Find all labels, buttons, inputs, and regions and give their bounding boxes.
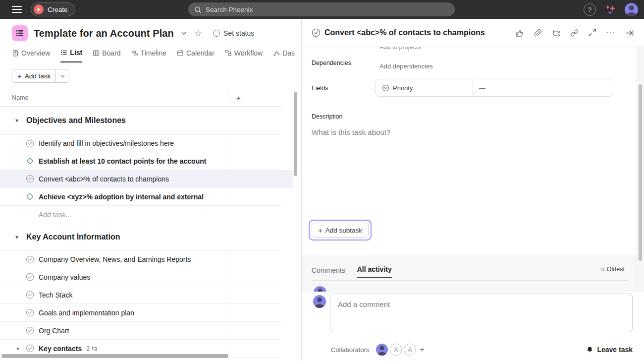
task-row[interactable]: Tech Stack: [0, 286, 281, 304]
invite-person-icon[interactable]: [404, 344, 416, 356]
add-collaborator-button[interactable]: +: [420, 345, 424, 354]
milestone-diamond-icon[interactable]: [26, 157, 34, 165]
tab-workflow[interactable]: Workflow: [225, 48, 263, 62]
add-task-placeholder[interactable]: Add task...: [39, 211, 71, 219]
help-icon[interactable]: ?: [584, 3, 596, 16]
milestone-diamond-icon[interactable]: [26, 192, 34, 201]
column-divider: [229, 340, 229, 357]
collapse-triangle-icon[interactable]: ▾: [15, 234, 21, 241]
task-title[interactable]: Key contacts: [39, 345, 82, 353]
tab-board[interactable]: Board: [93, 48, 120, 62]
invite-person-icon[interactable]: [390, 344, 402, 356]
check-circle-icon[interactable]: [26, 291, 34, 299]
priority-field[interactable]: Priority: [376, 79, 473, 96]
expand-icon[interactable]: [588, 28, 597, 38]
task-row[interactable]: Company values: [0, 268, 281, 286]
tab-all-activity[interactable]: All activity: [357, 265, 392, 278]
search-bar[interactable]: [188, 2, 455, 16]
page-title: Template for an Account Plan: [34, 28, 174, 39]
task-row-selected[interactable]: Convert <abc>% of contacts to champions: [0, 170, 293, 188]
question-glyph: ?: [588, 6, 591, 13]
leave-task-button[interactable]: Leave task: [586, 346, 633, 354]
close-panel-icon[interactable]: [624, 28, 634, 38]
favorite-star-icon[interactable]: ☆: [195, 28, 202, 39]
task-row[interactable]: Company Overview, News, and Earnings Rep…: [0, 250, 281, 268]
ai-sparkle-icon[interactable]: [604, 3, 617, 16]
add-column-button[interactable]: +: [236, 94, 241, 102]
task-title[interactable]: Company values: [39, 273, 90, 281]
column-divider: [229, 188, 229, 205]
chevron-down-icon[interactable]: [181, 30, 187, 36]
check-circle-icon[interactable]: [26, 175, 34, 183]
project-icon[interactable]: [12, 25, 28, 41]
add-task-row[interactable]: Add task...: [0, 206, 301, 224]
user-avatar[interactable]: [625, 3, 638, 16]
task-title[interactable]: Identify and fill in objectives/mileston…: [39, 139, 174, 147]
link-icon[interactable]: [569, 28, 579, 38]
task-row[interactable]: Goals and implementation plan: [0, 304, 281, 322]
collaborator-avatar[interactable]: [376, 344, 388, 356]
task-title[interactable]: Tech Stack: [39, 291, 72, 299]
add-task-dropdown[interactable]: [56, 69, 69, 82]
collapse-triangle-icon[interactable]: ▾: [15, 117, 21, 124]
check-circle-icon[interactable]: [312, 28, 321, 37]
tab-timeline[interactable]: Timeline: [131, 48, 166, 62]
more-options-icon[interactable]: ···: [606, 28, 616, 38]
check-circle-icon[interactable]: [26, 255, 34, 264]
add-subtask-button[interactable]: + Add subtask: [312, 223, 369, 238]
section-title[interactable]: Key Account Information: [26, 233, 120, 241]
tab-overview[interactable]: Overview: [12, 48, 50, 62]
right-vertical-scrollbar[interactable]: [639, 84, 642, 261]
dependencies-label: Dependencies: [312, 60, 351, 66]
dashboard-icon: [273, 50, 280, 57]
task-title[interactable]: Company Overview, News, and Earnings Rep…: [39, 255, 191, 263]
task-title[interactable]: Goals and implementation plan: [39, 309, 134, 317]
task-title[interactable]: Org Chart: [39, 327, 69, 335]
task-title[interactable]: Convert <abc>% of contacts to champions: [39, 175, 169, 183]
set-status-label: Set status: [223, 29, 254, 37]
check-circle-icon[interactable]: [26, 308, 34, 317]
task-detail-title[interactable]: Convert <abc>% of contacts to champions: [324, 28, 514, 37]
horizontal-scrollbar[interactable]: [1, 354, 228, 358]
expand-triangle-icon[interactable]: ▸: [17, 345, 20, 352]
tab-comments[interactable]: Comments: [312, 266, 345, 278]
task-row[interactable]: Identify and fill in objectives/mileston…: [0, 134, 281, 152]
add-dependencies-button[interactable]: Add dependencies: [379, 62, 433, 70]
tab-label: Overview: [21, 49, 50, 57]
description-input[interactable]: What is this task about?: [312, 128, 390, 136]
sort-button[interactable]: ↑↓ Oldest: [600, 266, 625, 273]
milestone-row[interactable]: Achieve <xyz>% adoption by internal and …: [0, 188, 281, 206]
left-vertical-scrollbar[interactable]: [294, 92, 297, 176]
sidebar-toggle-icon[interactable]: [12, 6, 22, 13]
check-circle-icon[interactable]: [26, 344, 34, 353]
sort-label: Oldest: [607, 266, 625, 273]
comment-input[interactable]: [330, 294, 633, 332]
search-input[interactable]: [206, 6, 449, 13]
tab-label: Workflow: [234, 49, 263, 57]
check-circle-icon[interactable]: [26, 139, 34, 148]
section-header: ▾ Key Account Information: [0, 224, 301, 250]
attachment-icon[interactable]: [533, 28, 542, 38]
subtask-icon: [91, 345, 98, 352]
column-divider: [229, 286, 229, 303]
add-task-button[interactable]: + Add task: [12, 69, 56, 82]
check-circle-icon[interactable]: [26, 273, 34, 281]
section-title[interactable]: Objectives and Milestones: [26, 116, 126, 125]
create-button[interactable]: + Create: [31, 2, 75, 16]
tab-list[interactable]: List: [60, 48, 82, 62]
set-status-button[interactable]: Set status: [213, 29, 254, 37]
task-title[interactable]: Achieve <xyz>% adoption by internal and …: [39, 193, 204, 201]
priority-field-label: Priority: [393, 84, 413, 92]
milestone-row[interactable]: Establish at least 10 contact points for…: [0, 152, 281, 170]
column-divider: [229, 268, 229, 286]
subtask-count: 2: [86, 345, 98, 352]
check-circle-icon[interactable]: [26, 326, 34, 335]
subtask-icon[interactable]: [551, 28, 561, 38]
like-icon[interactable]: [514, 28, 524, 38]
task-row[interactable]: Org Chart: [0, 322, 281, 340]
add-to-projects-clipped[interactable]: Add to projects: [379, 47, 421, 52]
priority-field-value[interactable]: —: [473, 79, 491, 96]
tab-calendar[interactable]: Calendar: [177, 48, 215, 62]
tab-dashboard[interactable]: Dashboard: [273, 48, 295, 62]
task-title[interactable]: Establish at least 10 contact points for…: [39, 157, 206, 165]
